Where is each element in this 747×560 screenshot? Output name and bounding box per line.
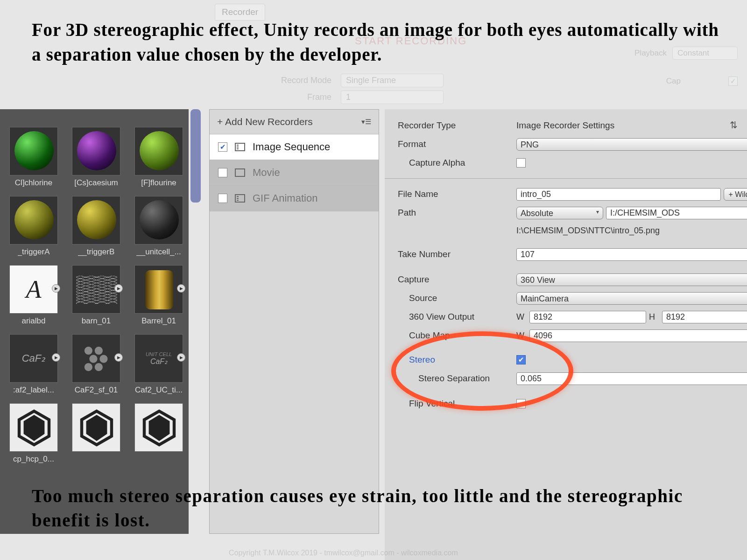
unity-icon [141, 409, 178, 447]
cap-checkbox[interactable]: ✓ [728, 77, 738, 86]
view-output-label: 360 View Output [398, 310, 512, 324]
height-label: H [649, 312, 659, 322]
path-input[interactable] [606, 207, 747, 219]
source-select[interactable]: MainCamera [516, 292, 747, 305]
capture-select[interactable]: 360 View [516, 273, 747, 286]
recorder-list-item[interactable]: Movie [210, 160, 379, 186]
resolved-path: I:\CHEMSIM_ODS\NTTC\intro_05.png [516, 226, 747, 236]
asset-label: Barrel_01 [141, 316, 176, 326]
recorder-type-value: Image Recorder Settings [516, 120, 747, 131]
asset-label: [F]flourine [141, 178, 176, 188]
asset-label: barn_01 [82, 316, 111, 326]
recorder-checkbox[interactable] [218, 194, 227, 203]
recorder-item-label: GIF Animation [253, 192, 317, 204]
unit-cell-icon: UNIT CELLCaF₂ [135, 335, 183, 382]
asset-label: _triggerA [18, 247, 50, 257]
svg-marker-3 [86, 415, 107, 441]
cubemap-w-label: W [516, 331, 527, 341]
play-icon: ▶ [52, 284, 60, 293]
project-panel: Cl]chlorine [Cs]caesium [F]flourine _tri… [0, 109, 189, 534]
play-icon: ▶ [114, 353, 123, 362]
recorder-item-label: Movie [253, 167, 280, 179]
asset-label: CaF2_sf_01 [75, 385, 118, 395]
asset-item[interactable]: CaF₂▶:af2_label... [7, 334, 61, 395]
footer-copyright: Copyright T.M.Wilcox 2019 - tmwilcox@gma… [229, 549, 458, 557]
play-icon: ▶ [177, 284, 185, 293]
cubemap-label: Cube Map [398, 329, 512, 343]
asset-item[interactable] [132, 403, 186, 464]
asset-item[interactable]: ▶Barrel_01 [132, 265, 186, 326]
asset-item[interactable]: _triggerA [7, 196, 61, 257]
asset-item[interactable]: ▶barn_01 [69, 265, 123, 326]
cubemap-input[interactable] [529, 329, 747, 342]
asset-item[interactable]: __triggerB [69, 196, 123, 257]
asset-item[interactable]: Cl]chlorine [7, 127, 61, 188]
wildcards-button[interactable]: + Wildcards ▾ [724, 188, 747, 201]
width-input[interactable] [529, 311, 646, 323]
format-select[interactable]: PNG [516, 138, 747, 151]
recorder-checkbox[interactable]: ✔ [218, 142, 227, 152]
asset-label: __triggerB [78, 247, 114, 257]
unity-icon [15, 409, 53, 447]
recorder-checkbox[interactable] [218, 168, 227, 177]
asset-item[interactable]: [F]flourine [132, 127, 186, 188]
asset-item[interactable]: A▶arialbd [7, 265, 61, 326]
height-input[interactable] [662, 311, 747, 323]
recorder-list-item[interactable]: ✔ Image Sequence [210, 134, 379, 160]
inspector-menu-icon[interactable]: ⇅ [730, 119, 738, 131]
record-mode-label: Record Mode [261, 76, 331, 85]
asset-label: [Cs]caesium [74, 178, 118, 188]
recorder-type-label: Recorder Type [398, 119, 512, 133]
asset-label: __unitcell_... [136, 247, 181, 257]
asset-item[interactable] [69, 403, 123, 464]
stereo-separation-input[interactable] [516, 372, 747, 385]
play-icon: ▶ [114, 284, 123, 293]
recorder-item-label: Image Sequence [253, 141, 330, 153]
recorder-options-icon[interactable]: ▾☰ [361, 118, 371, 126]
image-sequence-icon [235, 143, 245, 151]
width-label: W [516, 312, 527, 322]
take-number-label: Take Number [398, 247, 512, 261]
path-label: Path [398, 206, 512, 220]
record-mode-select[interactable]: Single Frame [341, 74, 444, 87]
slide-caption-bottom: Too much stereo separation causes eye st… [32, 484, 728, 533]
frame-field[interactable]: 1 [341, 91, 444, 104]
font-icon: A [10, 266, 57, 313]
flip-vertical-label: Flip Vertical [398, 397, 512, 411]
cap-label: Cap [666, 77, 681, 86]
asset-label: cp_hcp_0... [13, 455, 54, 464]
movie-icon [235, 168, 245, 177]
frame-label: Frame [261, 92, 331, 102]
stereo-label: Stereo [398, 353, 512, 367]
caf2-label-icon: CaF₂ [10, 335, 57, 382]
play-icon: ▶ [177, 353, 185, 362]
stereo-separation-label: Stereo Separation [398, 371, 512, 385]
asset-item[interactable]: ▶CaF2_sf_01 [69, 334, 123, 395]
play-icon: ▶ [52, 353, 60, 362]
take-number-input[interactable] [516, 248, 747, 261]
asset-label: :af2_label... [13, 385, 54, 395]
flip-vertical-checkbox[interactable] [516, 399, 526, 408]
capture-alpha-label: Capture Alpha [398, 156, 512, 170]
asset-item[interactable]: [Cs]caesium [69, 127, 123, 188]
asset-item[interactable]: UNIT CELLCaF₂▶Caf2_UC_ti... [132, 334, 186, 395]
stereo-checkbox[interactable]: ✔ [516, 355, 526, 364]
scrollbar[interactable] [190, 109, 201, 203]
recorder-list-item[interactable]: GIF Animation [210, 186, 379, 211]
asset-label: arialbd [21, 316, 45, 326]
asset-label: Cl]chlorine [15, 178, 52, 188]
asset-item[interactable]: __unitcell_... [132, 196, 186, 257]
slide-caption-top: For 3D stereographic effect, Unity recor… [32, 18, 728, 67]
svg-marker-1 [24, 415, 45, 441]
path-mode-select[interactable]: Absolute [516, 207, 603, 219]
file-name-input[interactable] [516, 188, 721, 201]
capture-label: Capture [398, 273, 512, 287]
capture-alpha-checkbox[interactable] [516, 158, 526, 168]
add-recorders-button[interactable]: + Add New Recorders [217, 116, 313, 127]
format-label: Format [398, 137, 512, 151]
asset-item[interactable]: cp_hcp_0... [7, 403, 61, 464]
file-name-label: File Name [398, 187, 512, 201]
svg-marker-5 [149, 415, 170, 441]
source-label: Source [398, 291, 512, 305]
gif-icon [235, 194, 245, 203]
